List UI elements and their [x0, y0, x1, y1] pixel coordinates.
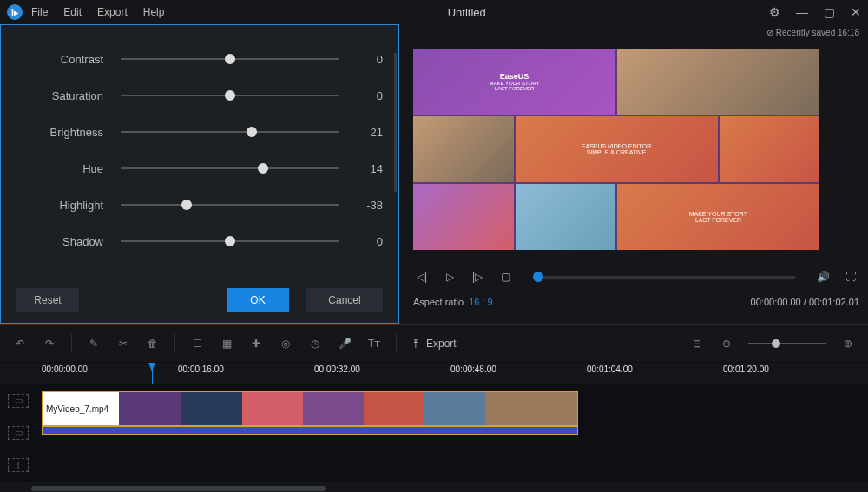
- clip-name: MyVideo_7.mp4: [43, 404, 108, 414]
- preview-tile: [720, 116, 820, 182]
- zoom-fit-icon[interactable]: ⊟: [689, 336, 705, 351]
- saved-status: ⊘ Recently saved 16:18: [766, 28, 859, 43]
- saturation-value: 0: [339, 89, 383, 102]
- zoom-tool-icon[interactable]: ◎: [278, 336, 293, 351]
- export-icon: ⭱: [411, 338, 421, 350]
- settings-icon[interactable]: ⚙: [769, 5, 780, 19]
- zoom-in-icon[interactable]: ⊕: [840, 336, 856, 351]
- time-display: 00:00:00.00 / 00:01:02.01: [751, 297, 859, 307]
- close-icon[interactable]: ✕: [851, 5, 861, 19]
- contrast-label: Contrast: [16, 53, 121, 66]
- transport-controls: ◁| ▷ |▷ ▢ 🔊 ⛶: [413, 262, 859, 292]
- reset-button[interactable]: Reset: [16, 288, 79, 312]
- ruler-tick: 00:00:32.00: [314, 364, 360, 374]
- progress-slider[interactable]: [533, 276, 795, 279]
- redo-icon[interactable]: ↷: [42, 336, 57, 351]
- contrast-value: 0: [339, 53, 383, 66]
- preview-tile: EASEUS VIDEO EDITOR SIMPLE & CREATIVE: [516, 116, 718, 182]
- main-menu: File Edit Export Help: [31, 6, 164, 18]
- highlight-label: Highlight: [16, 199, 121, 212]
- preview-tile: [413, 116, 514, 182]
- app-logo-icon: i▸: [7, 4, 23, 20]
- adjust-panel: Contrast 0 Saturation 0 Brightness 21 Hu…: [0, 24, 399, 324]
- preview-tile: EaseUS MAKE YOUR STORY LAST FOREVER: [413, 49, 615, 115]
- split-icon[interactable]: ✂: [115, 336, 131, 351]
- delete-icon[interactable]: 🗑: [145, 336, 161, 351]
- play-icon[interactable]: ▷: [441, 268, 458, 285]
- saturation-label: Saturation: [16, 89, 121, 102]
- hue-label: Hue: [16, 162, 121, 175]
- highlight-slider[interactable]: [121, 198, 339, 212]
- menu-help[interactable]: Help: [143, 6, 165, 18]
- edit-tool-icon[interactable]: ✎: [86, 336, 102, 351]
- crop-icon[interactable]: ☐: [189, 336, 205, 351]
- zoom-out-icon[interactable]: ⊖: [719, 336, 734, 351]
- zoom-slider[interactable]: [748, 343, 826, 344]
- ruler-tick: 00:00:16.00: [178, 364, 224, 374]
- ruler-tick: 00:00:00.00: [42, 364, 88, 374]
- text-track-handle-icon[interactable]: T: [8, 458, 29, 472]
- preview-tile: [413, 184, 514, 250]
- shadow-value: 0: [339, 235, 383, 248]
- ok-button[interactable]: OK: [227, 288, 289, 312]
- highlight-value: -38: [339, 199, 383, 212]
- duration-icon[interactable]: ◷: [307, 336, 323, 351]
- aspect-value[interactable]: 16 : 9: [469, 297, 493, 307]
- shadow-label: Shadow: [16, 235, 121, 248]
- next-frame-icon[interactable]: |▷: [469, 268, 486, 285]
- export-button[interactable]: ⭱ Export: [411, 338, 457, 350]
- preview-tile: [617, 49, 819, 115]
- prev-frame-icon[interactable]: ◁|: [413, 268, 431, 285]
- ruler-tick: 00:01:20.00: [723, 364, 769, 374]
- video-track-handle-icon[interactable]: ▭: [8, 394, 29, 408]
- menu-file[interactable]: File: [31, 6, 48, 18]
- mosaic-icon[interactable]: ▦: [219, 336, 234, 351]
- voiceover-icon[interactable]: 🎤: [337, 336, 352, 351]
- ruler-tick: 00:00:48.00: [450, 364, 496, 374]
- window-controls: ⚙ — ▢ ✕: [769, 5, 861, 19]
- timeline-scrollbar[interactable]: [0, 482, 868, 492]
- saturation-slider[interactable]: [121, 89, 339, 102]
- timeline-tracks: ▭ ▭ T MyVideo_7.mp4: [0, 384, 868, 482]
- overlay-track-handle-icon[interactable]: ▭: [8, 426, 29, 440]
- contrast-slider[interactable]: [121, 52, 339, 66]
- panel-scrollbar[interactable]: [394, 53, 397, 192]
- brightness-slider[interactable]: [121, 125, 339, 139]
- menu-edit[interactable]: Edit: [63, 6, 82, 18]
- preview-tile: MAKE YOUR STORY LAST FOREVER: [617, 184, 819, 250]
- timeline-toolbar: ↶ ↷ ✎ ✂ 🗑 ☐ ▦ ✚ ◎ ◷ 🎤 Tᴛ ⭱ Export ⊟ ⊖ ⊕: [0, 324, 868, 362]
- brightness-label: Brightness: [16, 126, 121, 139]
- video-clip[interactable]: MyVideo_7.mp4: [42, 391, 578, 426]
- shadow-slider[interactable]: [121, 234, 339, 248]
- preview-tile: [516, 184, 616, 250]
- fullscreen-icon[interactable]: ⛶: [842, 268, 859, 285]
- hue-value: 14: [339, 162, 383, 175]
- window-title: Untitled: [164, 6, 769, 19]
- preview-viewport: EaseUS MAKE YOUR STORY LAST FOREVER EASE…: [413, 49, 819, 250]
- freeze-icon[interactable]: ✚: [248, 336, 264, 351]
- ruler-tick: 00:01:04.00: [587, 364, 633, 374]
- titlebar: i▸ File Edit Export Help Untitled ⚙ — ▢ …: [0, 0, 868, 24]
- menu-export[interactable]: Export: [97, 6, 128, 18]
- timeline-ruler[interactable]: 00:00:00.00 00:00:16.00 00:00:32.00 00:0…: [0, 362, 868, 384]
- audio-clip[interactable]: [42, 426, 578, 435]
- brightness-value: 21: [339, 126, 383, 139]
- minimize-icon[interactable]: —: [796, 5, 808, 19]
- maximize-icon[interactable]: ▢: [824, 5, 835, 19]
- preview-column: ⊘ Recently saved 16:18 EaseUS MAKE YOUR …: [399, 24, 868, 324]
- cancel-button[interactable]: Cancel: [306, 288, 383, 312]
- volume-icon[interactable]: 🔊: [814, 268, 832, 285]
- text-speech-icon[interactable]: Tᴛ: [366, 336, 382, 351]
- undo-icon[interactable]: ↶: [12, 336, 28, 351]
- stop-icon[interactable]: ▢: [496, 268, 514, 285]
- hue-slider[interactable]: [121, 161, 339, 175]
- aspect-label: Aspect ratio: [413, 297, 464, 307]
